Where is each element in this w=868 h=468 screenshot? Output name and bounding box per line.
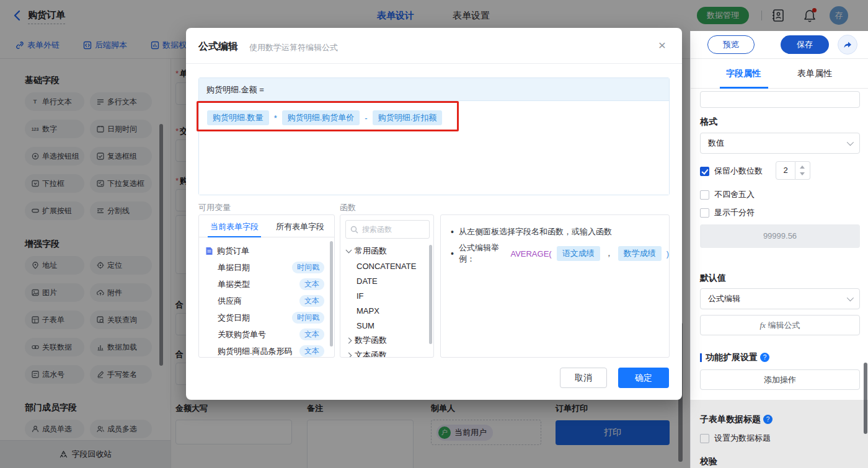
variable-item[interactable]: 购货明细.商品条形码文本 bbox=[199, 343, 334, 358]
active-tab-underline bbox=[720, 87, 768, 89]
save-button[interactable]: 保存 bbox=[781, 35, 829, 54]
help-line-1: • 从左侧面板选择字段名和函数，或输入函数 bbox=[451, 226, 612, 237]
dialog-header: 公式编辑 使用数学运算符编辑公式 × bbox=[186, 28, 682, 64]
share-arrow-icon bbox=[843, 40, 852, 50]
tab-all-form-fields[interactable]: 所有表单字段 bbox=[276, 221, 324, 232]
tab-current-form-fields[interactable]: 当前表单字段 bbox=[210, 221, 259, 232]
help-line-2: • 公式编辑举例：AVERAGE( 语文成绩 ， 数学成绩 ) bbox=[451, 242, 669, 265]
dialog-subtitle: 使用数学运算符编辑公式 bbox=[249, 42, 338, 53]
function-group-math[interactable]: 数学函数 bbox=[340, 333, 434, 348]
type-badge: 时间戳 bbox=[292, 312, 324, 324]
tab-form-properties[interactable]: 表单属性 bbox=[797, 68, 832, 79]
formula-input-area[interactable]: 购货明细.数量 * 购货明细.购货单价 - 购货明细.折扣额 bbox=[199, 102, 669, 195]
function-item[interactable]: SUM bbox=[340, 318, 434, 333]
formula-help-pane: • 从左侧面板选择字段名和函数，或输入函数 • 公式编辑举例：AVERAGE( … bbox=[440, 214, 670, 358]
chevron-down-icon bbox=[346, 247, 352, 254]
field-token[interactable]: 购货明细.数量 bbox=[207, 110, 269, 125]
example-field-chip: 数学成绩 bbox=[618, 246, 662, 261]
functions-label: 函数 bbox=[340, 202, 356, 213]
section-bar bbox=[700, 353, 702, 362]
functions-scrollbar[interactable] bbox=[429, 245, 432, 344]
default-value-select[interactable]: 公式编辑 bbox=[700, 288, 860, 309]
modal-overlay bbox=[690, 400, 868, 468]
stepper-up-icon[interactable] bbox=[800, 166, 805, 169]
functions-pane: 常用函数 CONCATENATE DATE IF MAPX SUM 数学函数 文… bbox=[340, 214, 434, 358]
fx-icon: fx bbox=[760, 320, 765, 330]
format-select[interactable]: 数值 bbox=[700, 133, 860, 154]
no-rounding-row: 不四舍五入 bbox=[700, 189, 755, 200]
function-item[interactable]: MAPX bbox=[340, 303, 434, 318]
add-action-button[interactable]: 添加操作 bbox=[700, 369, 860, 390]
edit-formula-button[interactable]: fx 编辑公式 bbox=[700, 315, 860, 335]
panel-actions-row: 预览 保存 bbox=[691, 31, 868, 59]
modal-overlay bbox=[690, 0, 868, 31]
decimal-checkbox[interactable] bbox=[700, 167, 709, 176]
function-item[interactable]: IF bbox=[340, 288, 434, 303]
search-input[interactable] bbox=[362, 221, 427, 237]
formula-editor-box: 购货明细.金额 = 购货明细.数量 * 购货明细.购货单价 - 购货明细.折扣额 bbox=[198, 77, 670, 195]
operator: - bbox=[365, 113, 367, 123]
variables-tabs: 当前表单字段 所有表单字段 bbox=[199, 215, 334, 237]
type-badge: 文本 bbox=[299, 278, 324, 290]
dialog-title: 公式编辑 bbox=[198, 40, 238, 53]
variables-scrollbar[interactable] bbox=[330, 241, 333, 347]
example-function-name: AVERAGE( bbox=[510, 249, 551, 258]
cancel-button[interactable]: 取消 bbox=[560, 368, 607, 388]
active-tab-underline bbox=[208, 236, 261, 237]
field-token[interactable]: 购货明细.购货单价 bbox=[282, 110, 360, 125]
chevron-right-icon bbox=[346, 352, 352, 358]
help-icon[interactable]: ? bbox=[760, 353, 769, 362]
formula-editor-dialog: 公式编辑 使用数学运算符编辑公式 × 购货明细.金额 = 购货明细.数量 * 购… bbox=[186, 28, 682, 400]
chevron-down-icon bbox=[847, 294, 854, 301]
example-close-paren: ) bbox=[666, 249, 669, 258]
variables-pane: 当前表单字段 所有表单字段 购货订单 单据日期时间戳 单据类型文本 供应商文本 … bbox=[198, 214, 335, 358]
function-item[interactable]: CONCATENATE bbox=[340, 258, 434, 273]
formula-target: 购货明细.金额 = bbox=[199, 78, 669, 101]
number-format-preview: 99999.56 bbox=[700, 224, 860, 248]
thousand-separator-checkbox[interactable] bbox=[700, 208, 709, 218]
function-item[interactable]: DATE bbox=[340, 273, 434, 288]
close-icon[interactable]: × bbox=[654, 38, 670, 54]
function-search-box[interactable] bbox=[345, 220, 430, 239]
decimal-stepper[interactable] bbox=[795, 161, 810, 180]
panel-tabs: 字段属性 表单属性 bbox=[691, 59, 868, 89]
format-label: 格式 bbox=[700, 117, 717, 128]
type-badge: 时间戳 bbox=[292, 262, 324, 273]
type-badge: 文本 bbox=[299, 345, 324, 357]
tab-field-properties[interactable]: 字段属性 bbox=[726, 68, 761, 79]
variables-tree: 购货订单 单据日期时间戳 单据类型文本 供应商文本 交货日期时间戳 关联购货单号… bbox=[199, 237, 334, 358]
extension-settings-label: 功能扩展设置? bbox=[706, 352, 769, 363]
decimal-option-row: 保留小数位数 bbox=[700, 166, 763, 177]
thousand-separator-row: 显示千分符 bbox=[700, 207, 755, 218]
type-badge: 文本 bbox=[299, 329, 324, 340]
tree-root[interactable]: 购货订单 bbox=[199, 242, 334, 259]
variable-item[interactable]: 关联购货单号文本 bbox=[199, 326, 334, 343]
no-rounding-checkbox[interactable] bbox=[700, 190, 709, 200]
stepper-down-icon[interactable] bbox=[800, 172, 805, 175]
variable-item[interactable]: 单据类型文本 bbox=[199, 276, 334, 293]
type-badge: 文本 bbox=[299, 295, 324, 307]
confirm-button[interactable]: 确定 bbox=[618, 368, 669, 388]
share-button[interactable] bbox=[838, 35, 857, 55]
chevron-down-icon bbox=[847, 139, 854, 146]
field-name-input[interactable] bbox=[700, 91, 860, 108]
function-group-common[interactable]: 常用函数 bbox=[340, 244, 434, 258]
function-group-text[interactable]: 文本函数 bbox=[340, 348, 434, 358]
variable-item[interactable]: 交货日期时间戳 bbox=[199, 309, 334, 326]
variable-item[interactable]: 供应商文本 bbox=[199, 293, 334, 309]
default-value-label: 默认值 bbox=[700, 273, 726, 284]
preview-button[interactable]: 预览 bbox=[707, 35, 755, 54]
chevron-right-icon bbox=[346, 337, 352, 343]
variable-item[interactable]: 单据日期时间戳 bbox=[199, 259, 334, 276]
variables-label: 可用变量 bbox=[198, 202, 231, 213]
function-list: 常用函数 CONCATENATE DATE IF MAPX SUM 数学函数 文… bbox=[340, 244, 434, 358]
operator: * bbox=[274, 113, 277, 123]
field-token[interactable]: 购货明细.折扣额 bbox=[373, 110, 443, 125]
search-icon bbox=[350, 226, 358, 234]
document-icon bbox=[205, 247, 213, 255]
decimal-value-input[interactable]: 2 bbox=[776, 161, 795, 180]
example-field-chip: 语文成绩 bbox=[557, 246, 600, 261]
